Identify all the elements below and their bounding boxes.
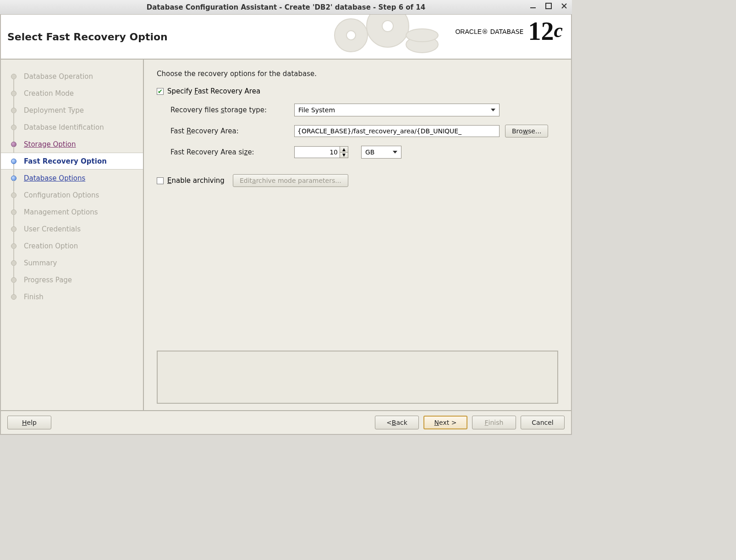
step-bullet-icon xyxy=(11,74,16,79)
step-bullet-icon xyxy=(11,192,16,198)
cancel-button[interactable]: Cancel xyxy=(521,416,565,429)
svg-point-7 xyxy=(382,21,393,32)
spinner-down-icon[interactable]: ▼ xyxy=(340,153,348,158)
enable-archiving-label: Enable archiving xyxy=(167,176,225,185)
header-band: Select Fast Recovery Option ORACLE® DATA… xyxy=(1,15,571,60)
footer-bar: Help < Back Next > Finish Cancel xyxy=(1,410,571,434)
gears-decoration xyxy=(324,15,443,60)
next-button[interactable]: Next > xyxy=(423,416,467,429)
step-label: User Credentials xyxy=(24,225,81,233)
step-bullet-icon xyxy=(11,243,16,249)
step-label: Summary xyxy=(24,259,57,267)
specify-fra-checkbox[interactable] xyxy=(157,88,164,95)
step-bullet-icon xyxy=(11,260,16,266)
step-item: Database Operation xyxy=(1,68,143,85)
step-label: Database Identification xyxy=(24,123,104,132)
logo-brand: ORACLE xyxy=(455,28,482,35)
svg-point-9 xyxy=(406,29,438,42)
svg-rect-0 xyxy=(530,7,536,8)
step-label: Deployment Type xyxy=(24,106,84,115)
page-title: Select Fast Recovery Option xyxy=(1,31,168,43)
step-item: Creation Option xyxy=(1,237,143,254)
instruction-text: Choose the recovery options for the data… xyxy=(157,70,558,78)
logo-version: 12c xyxy=(528,18,563,44)
step-label: Finish xyxy=(24,293,44,301)
fra-path-input[interactable]: {ORACLE_BASE}/fast_recovery_area/{DB_UNI… xyxy=(294,125,500,137)
back-button[interactable]: < Back xyxy=(375,416,419,429)
fra-size-unit-value: GB xyxy=(365,148,374,156)
message-box xyxy=(157,351,558,404)
step-item: Progress Page xyxy=(1,271,143,288)
step-item[interactable]: Database Options xyxy=(1,170,143,187)
step-item: Configuration Options xyxy=(1,187,143,203)
fra-path-label: Fast Recovery Area: xyxy=(170,127,285,135)
step-bullet-icon xyxy=(11,226,16,232)
window-title: Database Configuration Assistant - Creat… xyxy=(147,3,425,11)
step-bullet-icon xyxy=(11,277,16,283)
step-bullet-icon xyxy=(11,159,16,164)
step-label: Database Options xyxy=(24,174,85,182)
close-icon[interactable] xyxy=(560,2,568,10)
chevron-down-icon xyxy=(491,109,495,111)
help-button[interactable]: Help xyxy=(7,416,51,429)
fra-size-unit-select[interactable]: GB xyxy=(361,146,401,159)
step-label: Creation Option xyxy=(24,242,78,250)
step-item: Deployment Type xyxy=(1,102,143,119)
main-panel: Choose the recovery options for the data… xyxy=(144,60,571,410)
specify-fra-label: Specify Fast Recovery Area xyxy=(167,87,260,95)
chevron-down-icon xyxy=(393,151,397,154)
logo-product: DATABASE xyxy=(490,28,523,35)
step-item[interactable]: Fast Recovery Option xyxy=(1,153,143,170)
enable-archiving-checkbox[interactable] xyxy=(157,177,164,184)
window-titlebar: Database Configuration Assistant - Creat… xyxy=(0,0,572,15)
step-label: Progress Page xyxy=(24,276,72,284)
step-item: Finish xyxy=(1,288,143,305)
step-item: Summary xyxy=(1,254,143,271)
step-label: Creation Mode xyxy=(24,89,74,98)
oracle-logo: ORACLE® DATABASE 12c xyxy=(455,19,563,44)
svg-point-5 xyxy=(346,31,356,40)
step-bullet-icon xyxy=(11,125,16,130)
step-label: Management Options xyxy=(24,208,98,216)
storage-type-value: File System xyxy=(298,106,335,114)
step-bullet-icon xyxy=(11,142,16,147)
step-sidebar: Database OperationCreation ModeDeploymen… xyxy=(1,60,144,410)
step-label: Storage Option xyxy=(24,140,76,148)
fra-size-spinner[interactable]: ▲ ▼ xyxy=(340,146,348,158)
maximize-icon[interactable] xyxy=(544,2,553,10)
step-bullet-icon xyxy=(11,294,16,300)
step-item: Database Identification xyxy=(1,119,143,136)
step-bullet-icon xyxy=(11,209,16,215)
fra-size-input[interactable]: 10 xyxy=(294,146,340,158)
fra-size-label: Fast Recovery Area size: xyxy=(170,148,285,156)
step-label: Fast Recovery Option xyxy=(24,157,107,165)
storage-type-label: Recovery files storage type: xyxy=(170,106,285,114)
step-bullet-icon xyxy=(11,176,16,181)
minimize-icon[interactable] xyxy=(529,2,537,10)
step-bullet-icon xyxy=(11,108,16,113)
step-item: User Credentials xyxy=(1,220,143,237)
svg-rect-1 xyxy=(546,3,551,9)
step-label: Database Operation xyxy=(24,72,93,81)
edit-archive-params-button[interactable]: Edit archive mode parameters... xyxy=(233,174,348,187)
step-item[interactable]: Storage Option xyxy=(1,136,143,153)
fra-size-value: 10 xyxy=(330,148,338,156)
step-item: Creation Mode xyxy=(1,85,143,102)
step-label: Configuration Options xyxy=(24,191,99,199)
step-item: Management Options xyxy=(1,203,143,220)
spinner-up-icon[interactable]: ▲ xyxy=(340,147,348,153)
fra-path-value: {ORACLE_BASE}/fast_recovery_area/{DB_UNI… xyxy=(297,127,461,135)
browse-button[interactable]: Browse... xyxy=(505,125,548,137)
finish-button[interactable]: Finish xyxy=(472,416,516,429)
step-bullet-icon xyxy=(11,91,16,96)
storage-type-select[interactable]: File System xyxy=(294,104,500,116)
